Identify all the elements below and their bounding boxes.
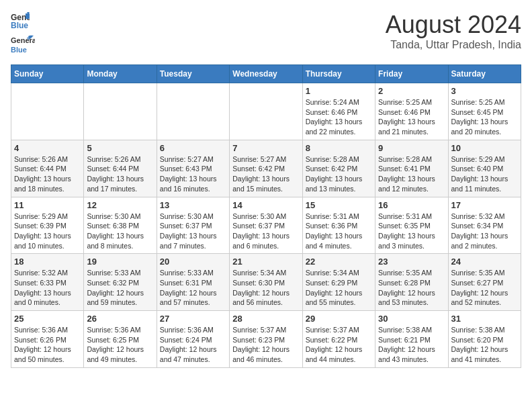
day-number: 15 (306, 200, 372, 210)
sub-title: Tanda, Uttar Pradesh, India (386, 39, 521, 51)
calendar-cell: 16Sunrise: 5:31 AM Sunset: 6:35 PM Dayli… (375, 197, 448, 254)
calendar-cell (84, 83, 157, 140)
day-number: 3 (451, 86, 518, 96)
day-info: Sunrise: 5:29 AM Sunset: 6:40 PM Dayligh… (451, 154, 518, 194)
calendar-cell: 31Sunrise: 5:38 AM Sunset: 6:20 PM Dayli… (448, 311, 521, 368)
calendar-cell: 19Sunrise: 5:33 AM Sunset: 6:32 PM Dayli… (84, 254, 157, 311)
day-info: Sunrise: 5:34 AM Sunset: 6:29 PM Dayligh… (306, 268, 372, 308)
calendar-cell: 12Sunrise: 5:30 AM Sunset: 6:38 PM Dayli… (84, 197, 157, 254)
calendar-cell: 11Sunrise: 5:29 AM Sunset: 6:39 PM Dayli… (11, 197, 84, 254)
day-number: 20 (160, 257, 226, 267)
calendar-cell: 15Sunrise: 5:31 AM Sunset: 6:36 PM Dayli… (302, 197, 375, 254)
day-number: 16 (378, 200, 445, 210)
calendar-cell: 5Sunrise: 5:26 AM Sunset: 6:44 PM Daylig… (84, 140, 157, 197)
week-row-4: 25Sunrise: 5:36 AM Sunset: 6:26 PM Dayli… (11, 311, 521, 368)
day-number: 14 (232, 200, 299, 210)
day-number: 25 (14, 314, 81, 324)
day-number: 4 (14, 143, 81, 153)
day-number: 13 (160, 200, 226, 210)
calendar-cell: 21Sunrise: 5:34 AM Sunset: 6:30 PM Dayli… (230, 254, 302, 311)
calendar-cell: 28Sunrise: 5:37 AM Sunset: 6:23 PM Dayli… (230, 311, 302, 368)
week-row-3: 18Sunrise: 5:32 AM Sunset: 6:33 PM Dayli… (11, 254, 521, 311)
day-number: 28 (232, 314, 299, 324)
week-row-1: 4Sunrise: 5:26 AM Sunset: 6:44 PM Daylig… (11, 140, 521, 197)
calendar-cell: 10Sunrise: 5:29 AM Sunset: 6:40 PM Dayli… (448, 140, 521, 197)
day-number: 21 (232, 257, 299, 267)
day-info: Sunrise: 5:38 AM Sunset: 6:20 PM Dayligh… (451, 325, 518, 365)
calendar-cell (11, 83, 84, 140)
day-info: Sunrise: 5:32 AM Sunset: 6:33 PM Dayligh… (14, 268, 81, 308)
day-info: Sunrise: 5:27 AM Sunset: 6:42 PM Dayligh… (232, 154, 299, 194)
calendar-cell: 4Sunrise: 5:26 AM Sunset: 6:44 PM Daylig… (11, 140, 84, 197)
calendar-cell: 14Sunrise: 5:30 AM Sunset: 6:37 PM Dayli… (230, 197, 302, 254)
logo-icon: General Blue (11, 11, 30, 30)
header-cell-thursday: Thursday (302, 65, 375, 83)
svg-marker-2 (26, 13, 30, 19)
day-number: 5 (87, 143, 153, 153)
day-number: 12 (87, 200, 153, 210)
day-number: 31 (451, 314, 518, 324)
header-cell-saturday: Saturday (448, 65, 521, 83)
day-info: Sunrise: 5:29 AM Sunset: 6:39 PM Dayligh… (14, 212, 81, 251)
calendar-header-row: SundayMondayTuesdayWednesdayThursdayFrid… (11, 65, 521, 83)
day-number: 10 (451, 143, 518, 153)
header: General Blue General Blue August 2024 Ta… (11, 11, 521, 56)
day-info: Sunrise: 5:36 AM Sunset: 6:24 PM Dayligh… (160, 325, 226, 365)
calendar-cell: 26Sunrise: 5:36 AM Sunset: 6:25 PM Dayli… (84, 311, 157, 368)
calendar-cell: 18Sunrise: 5:32 AM Sunset: 6:33 PM Dayli… (11, 254, 84, 311)
day-info: Sunrise: 5:33 AM Sunset: 6:32 PM Dayligh… (87, 268, 153, 308)
day-number: 17 (451, 200, 518, 210)
day-number: 24 (451, 257, 518, 267)
header-cell-monday: Monday (84, 65, 157, 83)
day-info: Sunrise: 5:28 AM Sunset: 6:41 PM Dayligh… (378, 154, 445, 194)
day-number: 8 (306, 143, 372, 153)
day-info: Sunrise: 5:36 AM Sunset: 6:25 PM Dayligh… (87, 325, 153, 365)
week-row-0: 1Sunrise: 5:24 AM Sunset: 6:46 PM Daylig… (11, 83, 521, 140)
calendar-cell: 22Sunrise: 5:34 AM Sunset: 6:29 PM Dayli… (302, 254, 375, 311)
day-number: 29 (306, 314, 372, 324)
day-number: 26 (87, 314, 153, 324)
calendar-cell: 7Sunrise: 5:27 AM Sunset: 6:42 PM Daylig… (230, 140, 302, 197)
calendar-cell: 2Sunrise: 5:25 AM Sunset: 6:46 PM Daylig… (375, 83, 448, 140)
day-number: 18 (14, 257, 81, 267)
day-number: 9 (378, 143, 445, 153)
day-number: 6 (160, 143, 226, 153)
day-info: Sunrise: 5:30 AM Sunset: 6:37 PM Dayligh… (160, 212, 226, 251)
calendar-cell: 25Sunrise: 5:36 AM Sunset: 6:26 PM Dayli… (11, 311, 84, 368)
day-number: 7 (232, 143, 299, 153)
day-info: Sunrise: 5:36 AM Sunset: 6:26 PM Dayligh… (14, 325, 81, 365)
calendar-cell: 6Sunrise: 5:27 AM Sunset: 6:43 PM Daylig… (157, 140, 229, 197)
day-number: 23 (378, 257, 445, 267)
day-info: Sunrise: 5:25 AM Sunset: 6:46 PM Dayligh… (378, 97, 445, 137)
calendar-cell: 3Sunrise: 5:25 AM Sunset: 6:45 PM Daylig… (448, 83, 521, 140)
calendar-cell: 27Sunrise: 5:36 AM Sunset: 6:24 PM Dayli… (157, 311, 229, 368)
day-number: 22 (306, 257, 372, 267)
day-info: Sunrise: 5:35 AM Sunset: 6:28 PM Dayligh… (378, 268, 445, 308)
title-area: August 2024 Tanda, Uttar Pradesh, India (386, 11, 521, 51)
day-info: Sunrise: 5:24 AM Sunset: 6:46 PM Dayligh… (306, 97, 372, 137)
day-info: Sunrise: 5:25 AM Sunset: 6:45 PM Dayligh… (451, 97, 518, 137)
calendar-cell: 8Sunrise: 5:28 AM Sunset: 6:42 PM Daylig… (302, 140, 375, 197)
logo-bird-icon: General Blue (11, 32, 35, 56)
day-info: Sunrise: 5:26 AM Sunset: 6:44 PM Dayligh… (14, 154, 81, 194)
calendar-body: 1Sunrise: 5:24 AM Sunset: 6:46 PM Daylig… (11, 83, 521, 368)
calendar-cell: 20Sunrise: 5:33 AM Sunset: 6:31 PM Dayli… (157, 254, 229, 311)
day-number: 27 (160, 314, 226, 324)
day-info: Sunrise: 5:28 AM Sunset: 6:42 PM Dayligh… (306, 154, 372, 194)
day-info: Sunrise: 5:35 AM Sunset: 6:27 PM Dayligh… (451, 268, 518, 308)
day-info: Sunrise: 5:38 AM Sunset: 6:21 PM Dayligh… (378, 325, 445, 365)
logo: General Blue General Blue (11, 11, 35, 56)
header-cell-sunday: Sunday (11, 65, 84, 83)
day-number: 11 (14, 200, 81, 210)
calendar-cell (230, 83, 302, 140)
day-info: Sunrise: 5:31 AM Sunset: 6:35 PM Dayligh… (378, 212, 445, 251)
calendar-cell: 9Sunrise: 5:28 AM Sunset: 6:41 PM Daylig… (375, 140, 448, 197)
day-info: Sunrise: 5:37 AM Sunset: 6:23 PM Dayligh… (232, 325, 299, 365)
calendar-cell: 1Sunrise: 5:24 AM Sunset: 6:46 PM Daylig… (302, 83, 375, 140)
calendar-cell: 23Sunrise: 5:35 AM Sunset: 6:28 PM Dayli… (375, 254, 448, 311)
calendar-cell: 13Sunrise: 5:30 AM Sunset: 6:37 PM Dayli… (157, 197, 229, 254)
calendar-cell: 17Sunrise: 5:32 AM Sunset: 6:34 PM Dayli… (448, 197, 521, 254)
calendar-cell: 24Sunrise: 5:35 AM Sunset: 6:27 PM Dayli… (448, 254, 521, 311)
day-info: Sunrise: 5:34 AM Sunset: 6:30 PM Dayligh… (232, 268, 299, 308)
day-info: Sunrise: 5:37 AM Sunset: 6:22 PM Dayligh… (306, 325, 372, 365)
